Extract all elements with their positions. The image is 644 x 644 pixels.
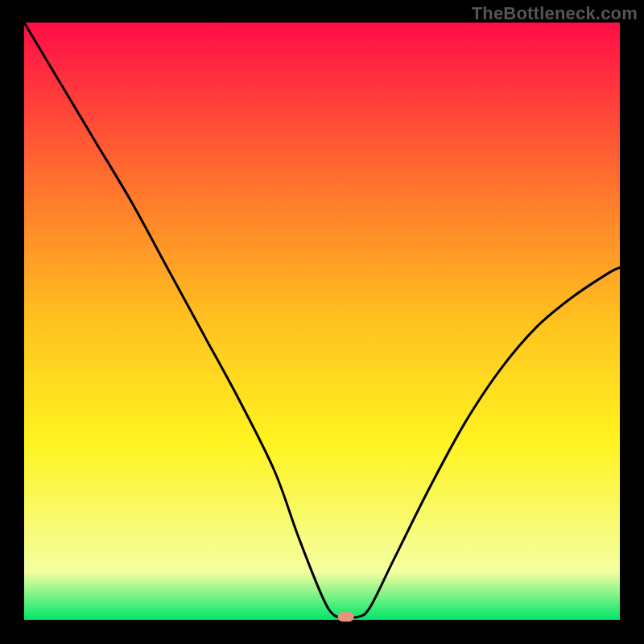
watermark-text: TheBottleneck.com: [472, 3, 638, 24]
optimal-point-marker: [338, 612, 354, 621]
bottleneck-chart: [0, 0, 644, 644]
plot-background: [24, 23, 620, 620]
chart-frame: TheBottleneck.com: [0, 0, 644, 644]
